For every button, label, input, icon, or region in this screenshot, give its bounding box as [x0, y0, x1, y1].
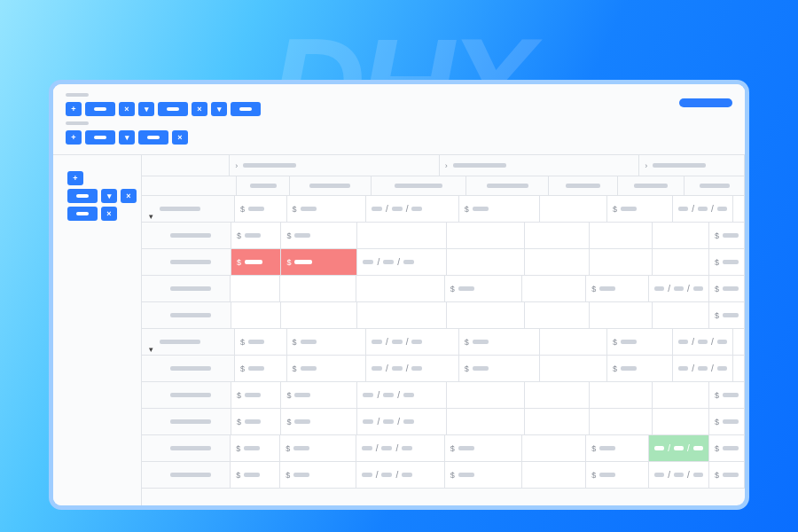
toolbar-button[interactable]: ▾ [119, 130, 135, 145]
row-label[interactable] [142, 276, 231, 301]
column-header[interactable] [549, 176, 618, 195]
row-label[interactable] [142, 302, 231, 328]
toolbar-button[interactable]: ▾ [101, 189, 117, 203]
row-label[interactable] [142, 249, 231, 275]
cell[interactable] [653, 223, 709, 248]
row-label[interactable] [142, 382, 231, 408]
cell[interactable]: $ [459, 356, 540, 381]
column-header[interactable] [685, 176, 745, 195]
toolbar-button[interactable]: ▾ [211, 102, 227, 116]
cell[interactable]: // [649, 276, 709, 301]
row-label[interactable] [142, 435, 231, 461]
cell[interactable]: $ [445, 276, 522, 301]
cell[interactable] [733, 329, 745, 355]
cell[interactable] [525, 302, 590, 328]
cell[interactable]: $ [280, 435, 356, 461]
toolbar-button[interactable]: × [192, 102, 207, 116]
cell[interactable] [540, 329, 607, 355]
row-label[interactable] [142, 409, 231, 434]
row-label[interactable] [142, 196, 235, 222]
cell[interactable]: $ [607, 356, 673, 381]
row-label[interactable] [142, 223, 231, 248]
cell[interactable]: $ [709, 462, 745, 488]
cell[interactable] [356, 276, 445, 301]
cell[interactable]: // [356, 435, 445, 461]
cell[interactable] [590, 302, 653, 328]
cell[interactable]: $ [459, 329, 540, 355]
cell[interactable]: $ [235, 329, 286, 355]
cell[interactable] [653, 382, 709, 408]
cell[interactable]: // [673, 196, 733, 222]
cell[interactable]: $ [709, 382, 745, 408]
cell[interactable] [281, 302, 357, 328]
cell[interactable] [525, 223, 590, 248]
cell[interactable]: // [366, 196, 459, 222]
cell[interactable]: $ [235, 356, 286, 381]
cell[interactable] [447, 302, 525, 328]
cell[interactable] [653, 249, 709, 275]
cell[interactable] [447, 249, 525, 275]
toolbar-button[interactable]: + [66, 130, 82, 145]
cell[interactable]: $ [235, 196, 286, 222]
toolbar-button[interactable] [138, 130, 168, 145]
column-group-header[interactable]: › [639, 155, 745, 176]
cell[interactable]: $ [709, 435, 745, 461]
cell[interactable]: $ [607, 329, 673, 355]
toolbar-button[interactable] [67, 207, 98, 221]
toolbar-button[interactable]: + [66, 102, 82, 116]
toolbar-button[interactable] [85, 130, 115, 145]
cell[interactable] [590, 409, 653, 434]
cell[interactable] [525, 382, 590, 408]
cell[interactable] [522, 462, 587, 488]
cell[interactable]: $ [231, 223, 281, 248]
cell[interactable]: $ [445, 462, 522, 488]
cell[interactable]: $ [709, 302, 745, 328]
column-header[interactable] [618, 176, 685, 195]
cell[interactable]: // [356, 462, 445, 488]
row-label[interactable] [142, 329, 235, 355]
column-header[interactable] [466, 176, 549, 195]
row-label[interactable] [142, 356, 235, 381]
cell[interactable] [540, 356, 607, 381]
cell[interactable]: $ [287, 356, 366, 381]
cell[interactable] [447, 382, 525, 408]
toolbar-button[interactable]: × [101, 207, 117, 221]
cell[interactable] [280, 276, 356, 301]
cell[interactable] [231, 302, 281, 328]
cell[interactable]: $ [709, 249, 745, 275]
toolbar-button[interactable]: × [119, 102, 135, 116]
cell[interactable]: $ [709, 223, 745, 248]
cell[interactable]: // [673, 356, 733, 381]
cell[interactable]: $ [287, 196, 366, 222]
cell[interactable] [522, 276, 587, 301]
cell[interactable]: $ [445, 435, 522, 461]
cell[interactable]: // [649, 462, 709, 488]
toolbar-button[interactable]: × [172, 130, 188, 145]
cell[interactable]: $ [231, 249, 281, 275]
cell[interactable]: $ [459, 196, 540, 222]
column-group-header[interactable]: › [440, 155, 640, 176]
cell[interactable]: $ [586, 462, 649, 488]
cell[interactable]: $ [287, 329, 366, 355]
toolbar-button[interactable] [158, 102, 188, 116]
toolbar-button[interactable] [85, 102, 115, 116]
row-label[interactable] [142, 462, 231, 488]
column-header[interactable] [237, 176, 290, 195]
cell[interactable]: // [366, 329, 459, 355]
cell[interactable] [357, 302, 447, 328]
cell[interactable]: // [366, 356, 459, 381]
cell[interactable] [447, 409, 525, 434]
cell[interactable] [590, 249, 653, 275]
column-header[interactable] [372, 176, 466, 195]
cell[interactable] [525, 409, 590, 434]
cell[interactable] [590, 223, 653, 248]
cell[interactable]: // [357, 409, 447, 434]
column-header[interactable] [290, 176, 371, 195]
cell[interactable] [653, 409, 709, 434]
cell[interactable]: $ [281, 409, 357, 434]
cell[interactable]: $ [586, 276, 649, 301]
cell[interactable]: $ [231, 435, 280, 461]
sidebar-add-button[interactable]: + [67, 171, 83, 185]
cell[interactable]: $ [280, 462, 356, 488]
cell[interactable]: $ [709, 409, 745, 434]
